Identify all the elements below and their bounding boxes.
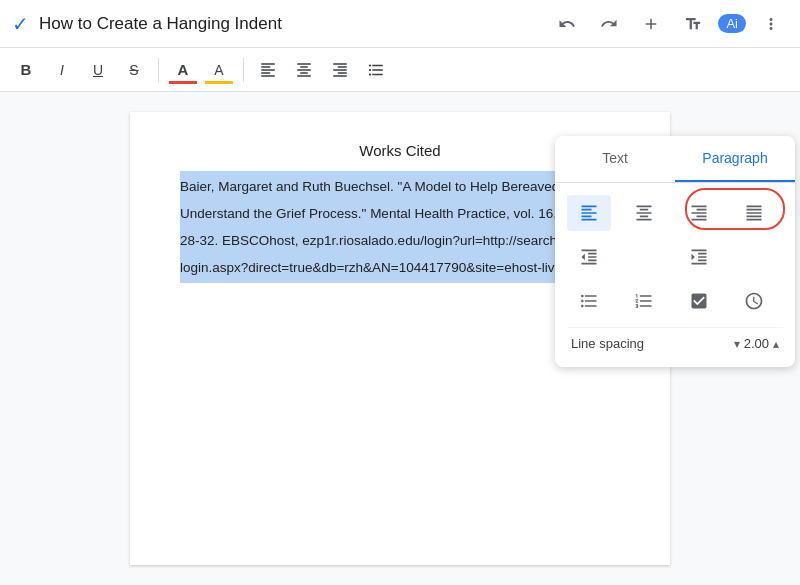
indent-decrease-btn[interactable] — [567, 239, 611, 275]
highlight-button[interactable]: A — [203, 54, 235, 86]
indent-increase-btn[interactable] — [677, 239, 721, 275]
bullet-list-panel-btn[interactable] — [567, 283, 611, 319]
chevron-down-icon[interactable]: ▾ — [734, 337, 740, 351]
indent-grid — [567, 239, 783, 275]
align-right-button[interactable] — [324, 54, 356, 86]
doc-area: Works Cited Baier, Margaret and Ruth Bue… — [0, 92, 800, 585]
align-justify-panel-btn[interactable] — [732, 195, 776, 231]
align-center-button[interactable] — [288, 54, 320, 86]
works-cited-title: Works Cited — [180, 142, 620, 159]
undo-button[interactable] — [550, 7, 584, 41]
top-bar-right: Ai — [550, 7, 788, 41]
align-grid — [567, 195, 783, 231]
line-spacing-control: ▾ 2.00 ▴ — [734, 336, 779, 351]
ai-badge[interactable]: Ai — [718, 14, 746, 33]
list-grid — [567, 283, 783, 319]
underline-button[interactable]: U — [82, 54, 114, 86]
selected-text[interactable]: Baier, Margaret and Ruth Buechsel. "A Mo… — [180, 171, 620, 283]
top-bar: ✓ How to Create a Hanging Indent Ai — [0, 0, 800, 48]
align-right-panel-btn[interactable] — [677, 195, 721, 231]
bold-button[interactable]: B — [10, 54, 42, 86]
numbered-list-panel-btn[interactable] — [622, 283, 666, 319]
divider-1 — [158, 58, 159, 82]
more-options-button[interactable] — [754, 7, 788, 41]
checklist-panel-btn[interactable] — [677, 283, 721, 319]
italic-button[interactable]: I — [46, 54, 78, 86]
panel-tabs: Text Paragraph — [555, 136, 795, 183]
divider-2 — [243, 58, 244, 82]
text-format-button[interactable] — [676, 7, 710, 41]
tab-paragraph[interactable]: Paragraph — [675, 136, 795, 182]
panel-content: Line spacing ▾ 2.00 ▴ — [555, 183, 795, 367]
top-bar-left: ✓ How to Create a Hanging Indent — [12, 12, 282, 36]
line-spacing-label: Line spacing — [571, 336, 644, 351]
doc-title: How to Create a Hanging Indent — [39, 14, 282, 34]
align-center-panel-btn[interactable] — [622, 195, 666, 231]
line-spacing-row: Line spacing ▾ 2.00 ▴ — [567, 327, 783, 355]
tab-text[interactable]: Text — [555, 136, 675, 182]
redo-button[interactable] — [592, 7, 626, 41]
font-color-button[interactable]: A — [167, 54, 199, 86]
align-left-panel-btn[interactable] — [567, 195, 611, 231]
checkmark-icon: ✓ — [12, 12, 29, 36]
bullet-list-button[interactable] — [360, 54, 392, 86]
format-bar: B I U S A A — [0, 48, 800, 92]
chevron-up-icon[interactable]: ▴ — [773, 337, 779, 351]
align-left-button[interactable] — [252, 54, 284, 86]
add-button[interactable] — [634, 7, 668, 41]
strikethrough-button[interactable]: S — [118, 54, 150, 86]
paragraph-panel: Text Paragraph — [555, 136, 795, 367]
line-spacing-value: 2.00 — [744, 336, 769, 351]
clock-list-panel-btn[interactable] — [732, 283, 776, 319]
